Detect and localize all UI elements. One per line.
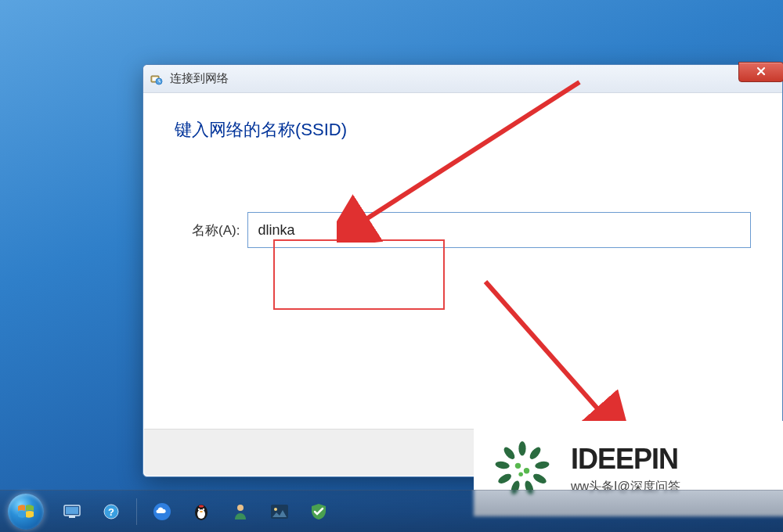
svg-point-25 [198, 508, 200, 509]
dialog-title: 连接到网络 [170, 71, 229, 86]
dialog-heading: 键入网络的名称(SSID) [175, 118, 751, 142]
picture-icon [270, 504, 289, 519]
svg-point-8 [532, 472, 548, 485]
svg-point-14 [515, 463, 521, 469]
watermark-brand: IDEEPIN [571, 443, 680, 476]
taskbar-item-app2[interactable] [262, 498, 297, 526]
svg-point-16 [518, 473, 523, 477]
svg-text:?: ? [108, 506, 114, 518]
taskbar: ? [0, 490, 783, 532]
connect-to-network-dialog: 连接到网络 键入网络的名称(SSID) 名称(A): [143, 64, 783, 477]
close-button[interactable] [738, 62, 783, 82]
svg-point-29 [237, 505, 244, 511]
svg-point-6 [528, 445, 543, 461]
taskbar-item-qq[interactable] [184, 498, 218, 526]
taskbar-item-desktop[interactable] [55, 498, 89, 526]
taskbar-separator [136, 498, 137, 525]
show-desktop-icon [63, 505, 81, 519]
taskbar-item-help[interactable]: ? [94, 498, 128, 526]
ssid-input[interactable] [247, 212, 751, 248]
svg-point-15 [524, 468, 529, 473]
ssid-field-row: 名称(A): [192, 212, 751, 248]
svg-point-11 [496, 472, 513, 485]
svg-rect-18 [66, 507, 78, 514]
svg-point-28 [199, 505, 204, 507]
svg-point-26 [203, 508, 204, 509]
svg-point-31 [274, 508, 277, 511]
person-icon [233, 502, 248, 521]
svg-point-5 [518, 441, 525, 455]
dialog-body: 键入网络的名称(SSID) 名称(A): [143, 93, 782, 476]
close-icon [756, 66, 767, 78]
dialog-titlebar[interactable]: 连接到网络 [143, 65, 782, 93]
taskbar-item-app3[interactable] [301, 498, 336, 526]
watermark-text: IDEEPIN ww头条I@深度问答 [571, 443, 680, 495]
svg-point-13 [502, 445, 517, 461]
windows-logo-icon [16, 501, 36, 522]
start-button[interactable] [8, 494, 44, 530]
network-settings-icon [150, 72, 164, 86]
svg-rect-19 [69, 516, 75, 518]
help-icon: ? [103, 503, 120, 520]
svg-point-24 [197, 509, 205, 519]
svg-point-27 [200, 511, 203, 512]
taskbar-item-app1[interactable] [223, 498, 258, 526]
checkmark-shield-icon [310, 503, 327, 520]
penguin-icon [193, 502, 210, 521]
svg-point-12 [495, 460, 511, 469]
cloud-app-icon [153, 502, 171, 521]
svg-point-7 [535, 460, 550, 469]
ssid-label: 名称(A): [192, 221, 240, 239]
taskbar-item-baidu-netdisk[interactable] [145, 498, 179, 526]
